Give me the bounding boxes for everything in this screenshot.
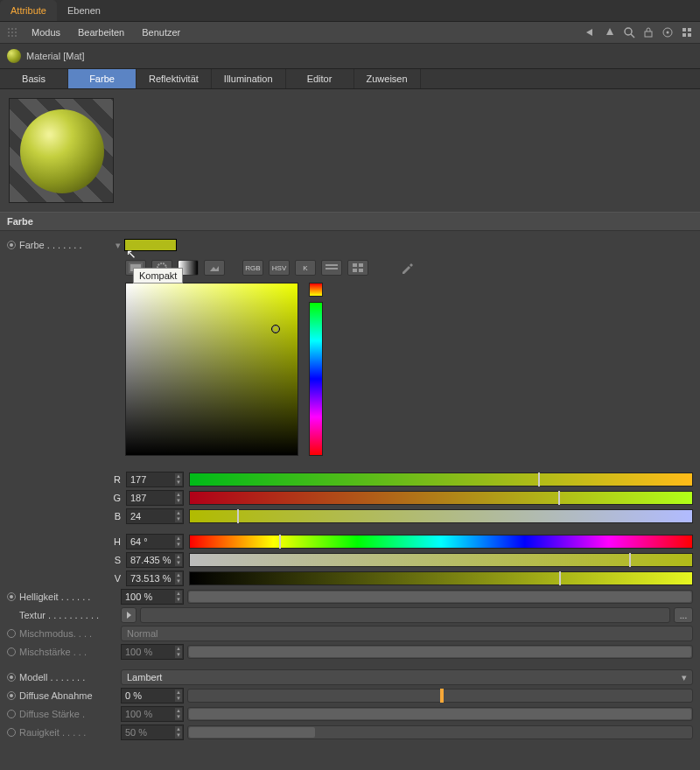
svg-rect-15 [326,268,338,270]
svg-rect-17 [359,263,363,267]
svg-rect-2 [645,32,652,37]
grid-icon[interactable] [681,26,693,38]
up-arrow-icon[interactable] [604,26,616,38]
mode-mixer-icon[interactable] [321,260,342,276]
slider-b[interactable] [189,509,693,523]
subtab-farbe[interactable]: Farbe [68,69,136,88]
mode-rgb-button[interactable]: RGB [242,260,263,276]
param-bullet[interactable] [7,691,16,700]
subtab-zuweisen[interactable]: Zuweisen [354,69,421,88]
label-helligkeit: Helligkeit [19,592,59,602]
label-modell: Modell [19,672,47,682]
tooltip-kompakt: Kompakt [133,268,183,284]
picker-mode-image-icon[interactable] [204,260,225,276]
input-mischstaerke[interactable]: 100 %▲▼ [121,644,184,660]
lock-icon[interactable] [642,26,654,38]
label-r: R [108,474,121,485]
param-bullet [7,710,16,718]
svg-rect-5 [682,28,686,32]
slider-s[interactable] [189,553,693,567]
input-helligkeit[interactable]: 100 %▲▼ [121,589,184,605]
subtab-editor[interactable]: Editor [286,69,354,88]
label-g: G [108,493,121,503]
label-textur: Textur [19,610,46,620]
slider-mischstaerke[interactable] [187,645,693,659]
slider-helligkeit[interactable] [187,590,693,604]
slider-v[interactable] [189,571,693,585]
select-mischmodus[interactable]: Normal [121,626,693,641]
hue-slider[interactable] [309,302,323,456]
select-modell[interactable]: Lambert▾ [121,669,693,685]
input-v[interactable]: 73.513 %▲▼ [126,570,184,586]
input-diffuse-staerke[interactable]: 100 %▲▼ [121,706,184,722]
hue-current-swatch [309,283,323,297]
textur-expand-button[interactable] [121,607,136,623]
svg-point-0 [625,28,632,35]
input-r[interactable]: 177▲▼ [126,472,184,487]
mode-hsv-button[interactable]: HSV [269,260,290,276]
back-arrow-icon[interactable] [584,26,597,38]
param-bullet[interactable] [7,241,16,249]
grip-icon [7,27,18,38]
tab-attribute[interactable]: Attribute [0,0,57,21]
label-diffuse-staerke: Diffuse Stärke [19,709,80,719]
slider-diffuse-staerke[interactable] [187,707,693,721]
slider-h[interactable] [189,535,693,549]
param-bullet [7,648,16,656]
param-bullet [7,629,16,638]
input-s[interactable]: 87.435 %▲▼ [126,552,184,568]
sv-picker[interactable] [125,283,298,456]
label-farbe: Farbe [19,240,45,250]
input-rauigkeit[interactable]: 50 %▲▼ [121,724,184,740]
input-b[interactable]: 24▲▼ [126,508,184,524]
svg-rect-8 [688,33,691,37]
svg-rect-19 [359,269,363,272]
svg-rect-7 [682,33,686,37]
input-textur[interactable] [140,607,670,623]
label-h: H [108,536,121,547]
param-bullet[interactable] [7,673,16,682]
slider-r[interactable] [189,472,693,486]
input-g[interactable]: 187▲▼ [126,490,184,506]
menu-bearbeiten[interactable]: Bearbeiten [69,25,133,39]
label-mischstaerke: Mischstärke [19,647,71,657]
svg-rect-6 [688,28,691,32]
svg-point-4 [667,32,669,34]
label-s: S [108,555,121,565]
search-icon[interactable] [623,26,635,38]
section-farbe-header: Farbe [0,212,700,231]
svg-rect-16 [353,263,357,267]
mode-kelvin-icon[interactable]: K [295,260,316,276]
tab-ebenen[interactable]: Ebenen [57,0,111,21]
param-bullet[interactable] [7,592,16,601]
subtab-reflektivitaet[interactable]: Reflektivität [136,69,212,88]
label-mischmodus: Mischmodus [19,628,74,639]
material-preview[interactable] [9,98,114,203]
slider-rauigkeit[interactable] [187,725,693,739]
slider-diffuse-abnahme[interactable] [187,689,693,703]
slider-g[interactable] [189,491,693,505]
label-diffuse-abnahme: Diffuse Abnahme [19,690,121,701]
input-diffuse-abnahme[interactable]: 0 %▲▼ [121,688,184,704]
label-b: B [108,511,121,522]
svg-line-1 [631,34,634,38]
label-rauigkeit: Rauigkeit [19,727,60,738]
dropdown-arrow-icon[interactable]: ▾ [116,240,121,251]
mode-swatches-icon[interactable] [347,260,368,276]
textur-browse-button[interactable]: ... [674,607,693,623]
label-v: V [108,573,121,584]
svg-rect-14 [326,264,338,266]
color-swatch[interactable] [124,239,177,251]
target-icon[interactable] [662,26,674,38]
input-h[interactable]: 64 °▲▼ [126,534,184,550]
subtab-basis[interactable]: Basis [0,69,68,88]
svg-rect-18 [353,269,357,272]
material-title: Material [Mat] [26,51,85,61]
subtab-illumination[interactable]: Illumination [212,69,286,88]
menu-benutzer[interactable]: Benutzer [133,25,189,39]
eyedropper-icon[interactable] [396,260,417,276]
param-bullet [7,728,16,737]
material-sphere-icon [7,49,21,63]
menu-modus[interactable]: Modus [23,25,69,39]
